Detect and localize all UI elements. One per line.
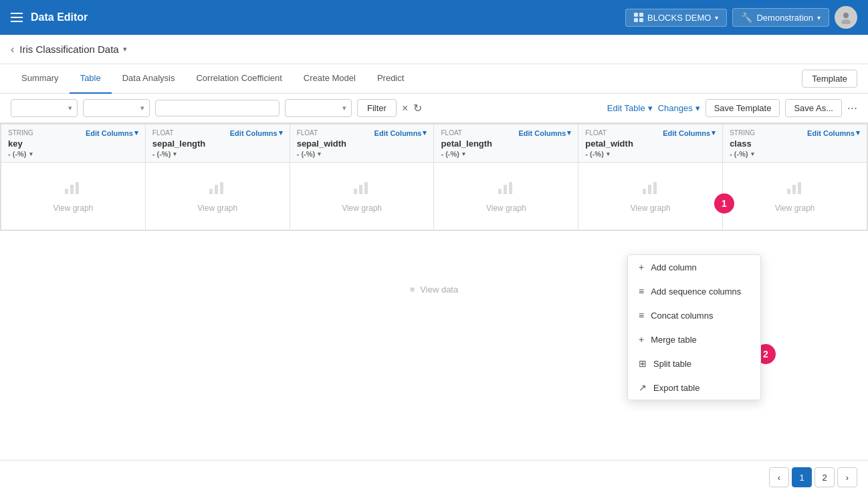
filter-row: Filter × ↻ xyxy=(11,99,422,117)
chart-icon xyxy=(64,179,82,199)
pagination-prev[interactable]: ‹ xyxy=(769,467,789,487)
edit-table-button[interactable]: Edit Table ▾ xyxy=(607,103,653,113)
refresh-button[interactable]: ↻ xyxy=(413,102,422,114)
svg-rect-3 xyxy=(70,185,74,194)
edit-columns-class[interactable]: Edit Columns ▾ xyxy=(807,129,860,137)
menu-item-concat[interactable]: ≡ Concat columns xyxy=(628,303,760,327)
more-options-button[interactable]: ··· xyxy=(847,101,857,115)
step-badge-1: 1 xyxy=(714,193,734,214)
graph-cell-sepal-width[interactable]: View graph xyxy=(290,163,434,230)
chart-icon xyxy=(786,179,804,199)
toolbar: Filter × ↻ Edit Table ▾ Changes ▾ Save T… xyxy=(0,94,868,123)
sub-header: ‹ Iris Classification Data ▾ xyxy=(0,35,868,64)
avatar[interactable] xyxy=(835,6,857,29)
edit-columns-petal-length[interactable]: Edit Columns ▾ xyxy=(518,129,571,137)
chart-icon xyxy=(208,179,227,199)
tab-table[interactable]: Table xyxy=(70,64,112,94)
pagination: ‹ 1 2 › xyxy=(0,460,868,494)
col-header-sepal-length: FLOAT Edit Columns ▾ sepal_length - (-%) xyxy=(145,125,290,163)
view-graph-label: View graph xyxy=(775,203,815,213)
menu-item-merge[interactable]: + Merge table xyxy=(628,327,760,351)
menu-item-add-sequence[interactable]: ≡ Add sequence columns xyxy=(628,279,760,303)
view-graph-label: View graph xyxy=(342,203,382,213)
svg-rect-8 xyxy=(354,189,357,194)
empty-icon: ≡ xyxy=(410,284,415,295)
blocks-demo-label: BLOCKS DEMO xyxy=(647,13,711,23)
filter-select-3[interactable] xyxy=(285,99,352,117)
menu-item-split[interactable]: ⊞ Split table xyxy=(628,351,760,376)
chart-icon xyxy=(352,179,371,199)
menu-item-export[interactable]: ↗ Export table xyxy=(628,376,760,400)
tab-create-model[interactable]: Create Model xyxy=(293,64,366,94)
graph-cell-petal-length[interactable]: View graph xyxy=(434,163,578,230)
svg-rect-12 xyxy=(504,185,507,194)
menu-item-add-column[interactable]: + Add column xyxy=(628,255,760,279)
svg-rect-11 xyxy=(498,189,502,194)
edit-columns-sepal-length[interactable]: Edit Columns ▾ xyxy=(230,129,283,137)
pagination-next[interactable]: › xyxy=(837,467,857,487)
svg-rect-14 xyxy=(643,189,646,194)
export-icon: ↗ xyxy=(639,382,647,393)
svg-rect-18 xyxy=(792,185,796,194)
filter-input[interactable] xyxy=(155,100,280,116)
page-wrapper: Data Editor BLOCKS DEMO ▾ 🔧 Demonstratio… xyxy=(0,0,868,494)
clear-filter-button[interactable]: × xyxy=(402,102,408,114)
pagination-page-2[interactable]: 2 xyxy=(815,467,835,487)
edit-columns-sepal-width[interactable]: Edit Columns ▾ xyxy=(374,129,427,137)
filter-button[interactable]: Filter xyxy=(357,99,397,117)
filter-select-2[interactable] xyxy=(83,99,150,117)
svg-rect-15 xyxy=(648,185,651,194)
tab-data-analysis[interactable]: Data Analysis xyxy=(112,64,186,94)
col-header-key: STRING Edit Columns ▾ key - (-%) ▾ xyxy=(1,125,146,163)
view-graph-label: View graph xyxy=(197,203,237,213)
blocks-demo-chevron: ▾ xyxy=(715,14,718,21)
dataset-title: Iris Classification Data ▾ xyxy=(19,44,126,55)
table-row: View graph View graph xyxy=(1,163,867,230)
demonstration-button[interactable]: 🔧 Demonstration ▾ xyxy=(732,8,829,27)
col-header-sepal-width: FLOAT Edit Columns ▾ sepal_width - (-%) xyxy=(290,125,434,163)
graph-cell-key[interactable]: View graph xyxy=(1,163,146,230)
svg-rect-16 xyxy=(653,182,657,194)
pagination-page-1[interactable]: 1 xyxy=(792,467,812,487)
col-header-petal-length: FLOAT Edit Columns ▾ petal_length - (-%) xyxy=(434,125,578,163)
graph-cell-petal-width[interactable]: View graph xyxy=(578,163,723,230)
changes-dropdown-menu: + Add column ≡ Add sequence columns ≡ Co… xyxy=(627,254,761,400)
svg-rect-9 xyxy=(359,185,362,194)
menu-icon[interactable] xyxy=(11,13,23,22)
svg-rect-13 xyxy=(509,182,512,194)
svg-rect-17 xyxy=(787,189,790,194)
edit-columns-key[interactable]: Edit Columns ▾ xyxy=(86,129,138,137)
content-area: STRING Edit Columns ▾ key - (-%) ▾ xyxy=(0,123,868,460)
demonstration-chevron: ▾ xyxy=(817,14,821,21)
sequence-icon: ≡ xyxy=(639,286,644,297)
changes-button[interactable]: Changes ▾ xyxy=(658,103,700,113)
col-header-class: STRING Edit Columns ▾ class - (-%) ▾ xyxy=(723,125,867,163)
save-template-button[interactable]: Save Template xyxy=(706,99,780,117)
blocks-demo-button[interactable]: BLOCKS DEMO ▾ xyxy=(625,9,727,27)
app-title: Data Editor xyxy=(31,11,617,23)
data-table: STRING Edit Columns ▾ key - (-%) ▾ xyxy=(1,124,867,230)
svg-point-0 xyxy=(843,13,849,18)
dataset-dropdown-arrow[interactable]: ▾ xyxy=(123,45,127,54)
chart-icon xyxy=(497,179,516,199)
graph-cell-sepal-length[interactable]: View graph xyxy=(145,163,290,230)
split-icon: ⊞ xyxy=(639,358,647,369)
filter-select-1[interactable] xyxy=(11,99,78,117)
tab-predict[interactable]: Predict xyxy=(366,64,415,94)
save-as-button[interactable]: Save As... xyxy=(785,99,842,117)
view-graph-label: View graph xyxy=(53,203,94,213)
tab-summary[interactable]: Summary xyxy=(11,64,70,94)
graph-cell-class[interactable]: View graph xyxy=(723,163,867,230)
svg-rect-6 xyxy=(215,185,218,194)
svg-rect-5 xyxy=(209,189,213,194)
svg-rect-19 xyxy=(798,182,801,194)
view-graph-label: View graph xyxy=(631,203,671,213)
back-button[interactable]: ‹ xyxy=(11,44,14,56)
edit-columns-petal-width[interactable]: Edit Columns ▾ xyxy=(663,129,716,137)
svg-point-1 xyxy=(841,19,851,24)
concat-icon: ≡ xyxy=(639,310,644,321)
wrench-icon: 🔧 xyxy=(741,12,752,23)
tab-correlation[interactable]: Correlation Coefficient xyxy=(185,64,292,94)
view-data-label: View data xyxy=(420,284,458,295)
template-button[interactable]: Template xyxy=(802,70,857,88)
